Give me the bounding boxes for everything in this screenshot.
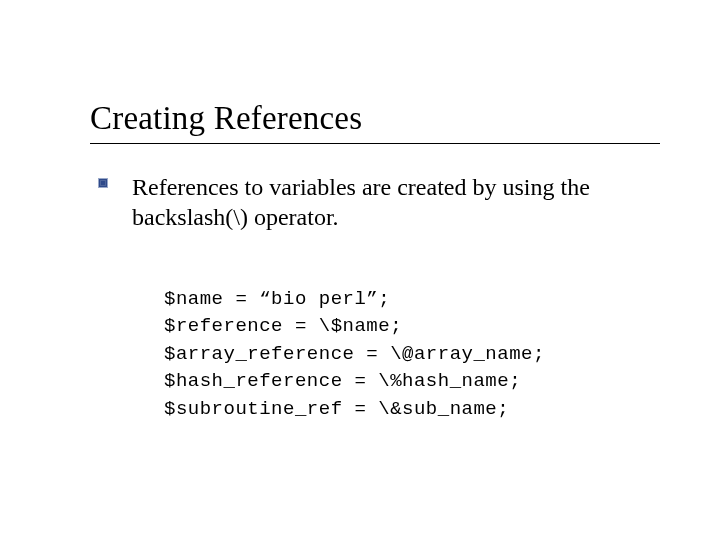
code-line: $name = “bio perl”; [164,288,390,310]
code-line: $array_reference = \@array_name; [164,343,545,365]
slide-title: Creating References [90,100,660,137]
slide: Creating References References to variab… [0,0,720,540]
title-underline [90,143,660,144]
slide-body: References to variables are created by u… [90,172,634,451]
bullet-text: References to variables are created by u… [132,172,634,232]
bullet-item: References to variables are created by u… [94,172,634,232]
code-line: $reference = \$name; [164,315,402,337]
square-bullet-icon [98,178,108,188]
code-line: $subroutine_ref = \&sub_name; [164,398,509,420]
code-line: $hash_reference = \%hash_name; [164,370,521,392]
code-block: $name = “bio perl”; $reference = \$name;… [164,258,634,451]
